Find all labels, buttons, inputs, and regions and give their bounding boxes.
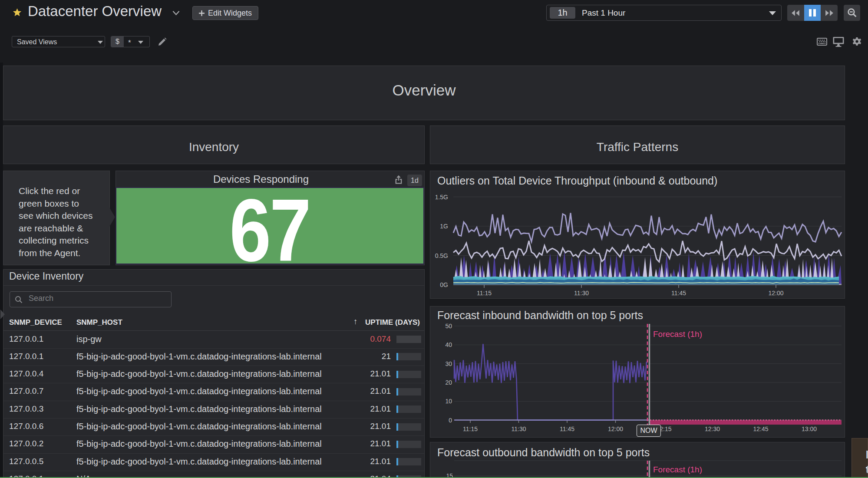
svg-text:12:30: 12:30 <box>705 425 720 432</box>
svg-text:11:15: 11:15 <box>477 290 492 297</box>
svg-text:13:00: 13:00 <box>802 425 817 432</box>
svg-text:30: 30 <box>445 360 452 367</box>
svg-text:12:00: 12:00 <box>608 425 623 432</box>
svg-text:Forecast (1h): Forecast (1h) <box>653 465 702 474</box>
svg-text:11:45: 11:45 <box>560 425 574 432</box>
svg-text:12:45: 12:45 <box>753 425 768 432</box>
svg-text:Forecast (1h): Forecast (1h) <box>653 330 702 339</box>
svg-text:0: 0 <box>449 417 452 424</box>
svg-text:11:45: 11:45 <box>671 290 686 297</box>
svg-text:10: 10 <box>445 398 452 405</box>
svg-text:11:30: 11:30 <box>512 425 526 432</box>
svg-text:1.5G: 1.5G <box>435 194 448 201</box>
svg-text:0.5G: 0.5G <box>435 252 448 259</box>
svg-text:12:00: 12:00 <box>768 290 783 297</box>
svg-text:11:15: 11:15 <box>463 425 478 432</box>
svg-text:20: 20 <box>445 379 452 386</box>
svg-text:40: 40 <box>445 341 452 348</box>
svg-text:1G: 1G <box>440 223 448 230</box>
svg-text:11:30: 11:30 <box>574 290 589 297</box>
svg-text:50: 50 <box>445 323 452 330</box>
svg-text:0G: 0G <box>440 281 448 288</box>
